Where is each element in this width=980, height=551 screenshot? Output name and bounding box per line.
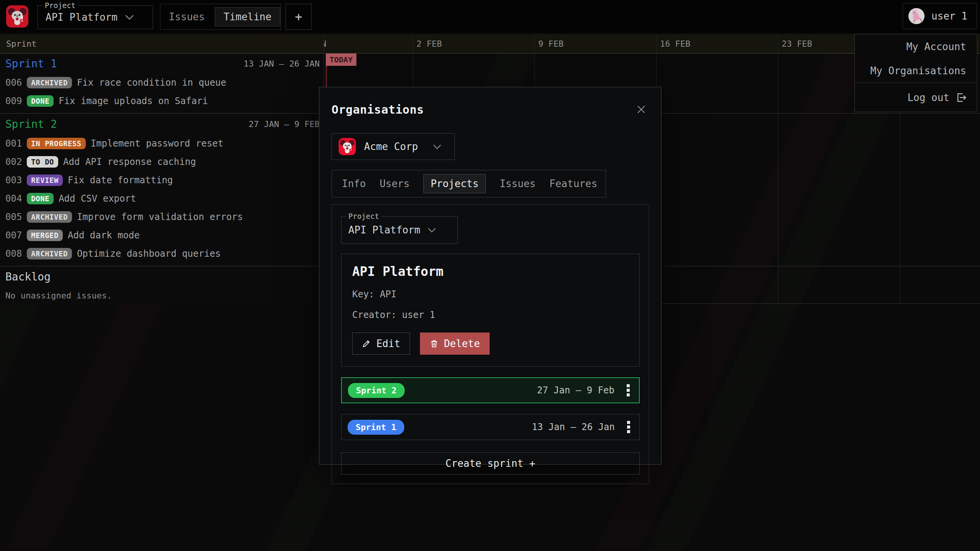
issue-row[interactable]: 003 REVIEW Fix date formatting bbox=[0, 171, 323, 189]
user-menu-button[interactable]: user 1 bbox=[903, 3, 977, 29]
status-badge: IN PROGRESS bbox=[27, 138, 85, 149]
chevron-down-icon bbox=[433, 144, 442, 150]
sprint-1-title[interactable]: Sprint 1 bbox=[5, 57, 57, 70]
sprint-group-title-row: Sprint 2 27 JAN – 9 FEB bbox=[0, 114, 323, 134]
close-icon bbox=[636, 104, 646, 114]
sprint-pill: Sprint 1 bbox=[348, 420, 404, 435]
tab-info[interactable]: Info bbox=[342, 178, 366, 189]
kebab-menu-icon[interactable] bbox=[627, 421, 630, 433]
user-dropdown-menu: My Account My Organisations Log out bbox=[854, 34, 977, 112]
issue-code: 004 bbox=[5, 193, 22, 204]
sprint-list-item-sprint-2[interactable]: Sprint 2 27 Jan – 9 Feb bbox=[341, 377, 640, 403]
status-badge: TO DO bbox=[27, 156, 58, 168]
issue-code: 005 bbox=[5, 212, 22, 222]
tab-timeline[interactable]: Timeline bbox=[215, 7, 280, 26]
organisation-logo-icon bbox=[338, 137, 356, 156]
trash-icon bbox=[430, 339, 439, 348]
issue-code: 003 bbox=[5, 175, 22, 186]
project-creator-line: Creator: user 1 bbox=[352, 310, 629, 320]
modal-project-select-label: Project bbox=[346, 212, 381, 220]
sprint-2-date-range: 27 JAN – 9 FEB bbox=[249, 119, 320, 129]
sprint-date-range: 27 Jan – 9 Feb bbox=[537, 385, 614, 396]
status-badge: ARCHIVED bbox=[27, 77, 72, 88]
sprint-column-header: Sprint bbox=[0, 34, 323, 54]
tab-projects[interactable]: Projects bbox=[423, 174, 486, 193]
issue-title: Implement password reset bbox=[91, 138, 224, 149]
status-badge: MERGED bbox=[27, 230, 63, 241]
sprint-2-title[interactable]: Sprint 2 bbox=[5, 118, 57, 130]
project-select-value: API Platform bbox=[46, 11, 118, 23]
close-button[interactable] bbox=[634, 102, 649, 117]
create-sprint-button[interactable]: Create sprint + bbox=[341, 452, 640, 474]
sprint-group-title-row: Sprint 1 13 JAN – 26 JAN bbox=[0, 54, 323, 73]
issue-row[interactable]: 009 DONE Fix image uploads on Safari bbox=[0, 92, 323, 110]
kebab-menu-icon[interactable] bbox=[627, 384, 630, 396]
issue-row[interactable]: 005 ARCHIVED Improve form validation err… bbox=[0, 208, 323, 226]
timeline-column-label: 2 FEB bbox=[416, 39, 442, 49]
project-key-line: Key: API bbox=[352, 289, 629, 300]
issue-row[interactable]: 007 MERGED Add dark mode bbox=[0, 226, 323, 245]
issue-row[interactable]: 001 IN PROGRESS Implement password reset bbox=[0, 134, 323, 153]
log-out-icon bbox=[956, 92, 967, 103]
issue-row[interactable]: 004 DONE Add CSV export bbox=[0, 189, 323, 208]
app-root: 26 JAN 2 FEB 9 FEB 16 FEB 23 FEB TODAY S… bbox=[0, 0, 980, 551]
edit-label: Edit bbox=[376, 338, 400, 349]
sprint-1-date-range: 13 JAN – 26 JAN bbox=[243, 59, 320, 68]
modal-tab-bar: Info Users Projects Issues Features bbox=[332, 170, 606, 197]
sprint-list-item-sprint-1[interactable]: Sprint 1 13 Jan – 26 Jan bbox=[341, 414, 640, 440]
modal-project-select[interactable]: Project API Platform bbox=[341, 216, 458, 244]
log-out-label: Log out bbox=[907, 92, 949, 103]
menu-item-my-account[interactable]: My Account bbox=[855, 34, 977, 59]
timeline-column-label: 9 FEB bbox=[538, 39, 564, 49]
today-badge: TODAY bbox=[326, 54, 356, 66]
timeline-column-label: 16 FEB bbox=[660, 39, 690, 49]
sprint-date-range: 13 Jan – 26 Jan bbox=[532, 422, 615, 432]
view-switcher: Issues Timeline bbox=[160, 4, 281, 30]
issue-code: 002 bbox=[5, 156, 22, 167]
issue-row[interactable]: 008 ARCHIVED Optimize dashboard queries bbox=[0, 245, 323, 263]
issue-row[interactable]: 002 TO DO Add API response caching bbox=[0, 153, 323, 171]
issue-title: Add API response caching bbox=[63, 156, 196, 167]
delete-project-button[interactable]: Delete bbox=[420, 333, 490, 355]
backlog-empty-note: No unassigned issues. bbox=[0, 287, 323, 300]
tab-features[interactable]: Features bbox=[549, 178, 597, 189]
grid-line bbox=[778, 34, 778, 304]
project-card: API Platform Key: API Creator: user 1 Ed… bbox=[341, 254, 640, 367]
modal-header: Organisations bbox=[332, 102, 649, 117]
menu-item-log-out[interactable]: Log out bbox=[855, 83, 977, 112]
issue-code: 009 bbox=[5, 96, 22, 106]
status-badge: REVIEW bbox=[27, 174, 63, 186]
backlog-title: Backlog bbox=[5, 271, 51, 283]
status-badge: ARCHIVED bbox=[27, 248, 72, 259]
issue-title: Add dark mode bbox=[68, 230, 140, 241]
project-select[interactable]: Project API Platform bbox=[38, 5, 153, 29]
tab-issues[interactable]: Issues bbox=[169, 11, 205, 23]
projects-tab-panel: Project API Platform API Platform Key: A… bbox=[332, 204, 649, 484]
edit-project-button[interactable]: Edit bbox=[352, 333, 410, 355]
sprint-board-panel: Sprint Sprint 1 13 JAN – 26 JAN 006 ARCH… bbox=[0, 34, 324, 304]
app-logo-icon[interactable] bbox=[5, 5, 29, 28]
issue-title: Fix race condition in queue bbox=[77, 77, 226, 88]
issue-code: 006 bbox=[5, 77, 22, 88]
status-badge: DONE bbox=[27, 193, 54, 204]
issue-title: Fix date formatting bbox=[68, 175, 173, 186]
modal-project-select-value: API Platform bbox=[348, 224, 420, 236]
delete-label: Delete bbox=[444, 338, 480, 349]
chevron-down-icon bbox=[124, 14, 134, 20]
project-card-title: API Platform bbox=[352, 264, 629, 279]
user-name-label: user 1 bbox=[931, 10, 967, 22]
modal-title: Organisations bbox=[332, 103, 424, 116]
issue-row[interactable]: 006 ARCHIVED Fix race condition in queue bbox=[0, 73, 323, 92]
organisation-select[interactable]: Acme Corp bbox=[332, 133, 455, 160]
tab-users[interactable]: Users bbox=[380, 178, 410, 189]
add-issue-button[interactable]: + bbox=[286, 4, 312, 30]
issue-code: 001 bbox=[5, 138, 22, 149]
issue-title: Improve form validation errors bbox=[77, 212, 243, 222]
organisation-select-value: Acme Corp bbox=[364, 141, 418, 152]
tab-issues[interactable]: Issues bbox=[500, 178, 536, 189]
status-badge: ARCHIVED bbox=[27, 211, 72, 223]
menu-item-my-organisations[interactable]: My Organisations bbox=[855, 59, 977, 83]
sprint-group-1: Sprint 1 13 JAN – 26 JAN 006 ARCHIVED Fi… bbox=[0, 54, 323, 113]
issue-title: Fix image uploads on Safari bbox=[59, 96, 208, 106]
timeline-column-label: 23 FEB bbox=[782, 39, 812, 49]
